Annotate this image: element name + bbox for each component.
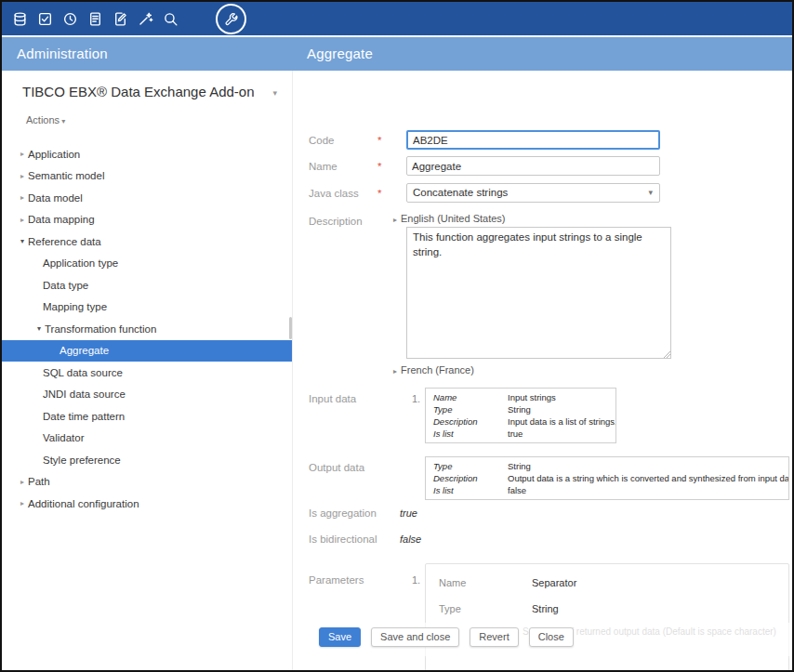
save-and-close-button[interactable]: Save and close bbox=[371, 627, 459, 647]
revert-button[interactable]: Revert bbox=[470, 627, 518, 647]
close-button[interactable]: Close bbox=[529, 627, 574, 647]
tree-label: Additional configuration bbox=[28, 498, 139, 509]
sidebar-item-additional-configuration[interactable]: Additional configuration bbox=[2, 493, 292, 515]
list-index: 1. bbox=[412, 393, 420, 404]
chevron-down-icon[interactable] bbox=[33, 324, 45, 333]
sidebar-item-jndi-data-source[interactable]: JNDI data source bbox=[2, 384, 292, 406]
sidebar-item-semantic-model[interactable]: Semantic model bbox=[2, 165, 292, 188]
tree-label: Semantic model bbox=[28, 170, 104, 181]
field-value: String bbox=[508, 460, 538, 472]
is-aggregation-label: Is aggregation bbox=[309, 507, 377, 519]
field-key: Type bbox=[426, 460, 508, 472]
report-icon[interactable] bbox=[86, 10, 103, 27]
sidebar-item-date-time-pattern[interactable]: Date time pattern bbox=[2, 405, 292, 428]
sidebar-item-data-mapping[interactable]: Data mapping bbox=[2, 209, 292, 231]
chevron-right-icon bbox=[393, 367, 397, 376]
chevron-right-icon[interactable] bbox=[17, 172, 28, 180]
sidebar-item-aggregate[interactable]: Aggregate bbox=[2, 340, 292, 362]
actions-menu[interactable]: Actions bbox=[26, 114, 65, 125]
parameters-label: Parameters bbox=[309, 574, 364, 586]
database-icon[interactable] bbox=[11, 10, 28, 27]
field-value: Input data is a list of strings. bbox=[508, 415, 616, 428]
chevron-right-icon bbox=[393, 216, 397, 224]
chevron-down-icon[interactable] bbox=[17, 237, 28, 245]
input-data-label: Input data bbox=[309, 393, 356, 404]
tree-label: Aggregate bbox=[60, 345, 109, 356]
sidebar-item-validator[interactable]: Validator bbox=[2, 428, 292, 450]
wand-icon[interactable] bbox=[137, 10, 153, 27]
form-action-bar: Save Save and close Revert Close bbox=[294, 623, 792, 656]
sidebar-scrollbar-thumb[interactable] bbox=[289, 317, 292, 339]
chevron-right-icon[interactable] bbox=[17, 499, 28, 507]
table-row: DescriptionOutput data is a string which… bbox=[426, 472, 788, 484]
table-row: TypeString bbox=[426, 596, 788, 622]
field-key: Name bbox=[426, 391, 508, 403]
is-bidirectional-value: false bbox=[400, 534, 421, 545]
field-key: Is list bbox=[426, 428, 508, 440]
chevron-down-icon bbox=[60, 117, 65, 125]
java-class-value: Concatenate strings bbox=[413, 187, 508, 198]
sidebar-item-path[interactable]: Path bbox=[2, 471, 292, 494]
search-icon[interactable] bbox=[162, 10, 179, 27]
tree-label: Mapping type bbox=[43, 301, 107, 312]
code-label: Code bbox=[309, 135, 335, 146]
table-row: Is listtrue bbox=[426, 428, 615, 440]
administration-wrench-icon[interactable] bbox=[216, 4, 246, 34]
chevron-right-icon[interactable] bbox=[17, 216, 28, 224]
sidebar-item-application[interactable]: Application bbox=[2, 143, 292, 165]
chevron-right-icon[interactable] bbox=[17, 478, 28, 486]
field-value: false bbox=[508, 484, 534, 496]
field-key: Type bbox=[426, 403, 508, 415]
section-title-right: Aggregate bbox=[307, 46, 373, 61]
clock-icon[interactable] bbox=[61, 10, 78, 27]
sidebar: TIBCO EBX® Data Exchange Add-on Actions … bbox=[2, 71, 293, 670]
textarea-resize-handle-icon[interactable] bbox=[663, 350, 670, 358]
edit-document-icon[interactable] bbox=[112, 10, 128, 27]
required-asterisk: * bbox=[377, 161, 381, 172]
field-value: String bbox=[508, 403, 538, 415]
output-data-label: Output data bbox=[309, 462, 364, 473]
check-square-icon[interactable] bbox=[36, 10, 53, 27]
actions-label: Actions bbox=[26, 114, 60, 125]
name-input[interactable] bbox=[406, 156, 660, 176]
record-form: Code * Name * Java class * Concatenate s… bbox=[294, 71, 792, 670]
table-row: TypeString bbox=[426, 460, 788, 472]
table-row: DescriptionInput data is a list of strin… bbox=[426, 415, 615, 428]
description-label: Description bbox=[309, 216, 363, 227]
tree-label: JNDI data source bbox=[43, 389, 126, 400]
sidebar-item-data-type[interactable]: Data type bbox=[2, 274, 292, 296]
tree-label: Transformation function bbox=[45, 323, 156, 335]
sidebar-item-sql-data-source[interactable]: SQL data source bbox=[2, 362, 292, 384]
sidebar-item-style-preference[interactable]: Style preference bbox=[2, 449, 292, 471]
field-key: Description bbox=[426, 472, 508, 484]
is-aggregation-value: true bbox=[400, 507, 417, 519]
description-english-textarea[interactable]: This function aggregates input strings t… bbox=[406, 227, 671, 359]
tree-label: SQL data source bbox=[43, 367, 123, 378]
sidebar-item-application-type[interactable]: Application type bbox=[2, 253, 292, 275]
tree-label: Validator bbox=[43, 432, 85, 443]
code-input[interactable] bbox=[406, 130, 660, 150]
field-value: true bbox=[508, 428, 530, 440]
sidebar-item-transformation-function[interactable]: Transformation function bbox=[2, 318, 292, 340]
sidebar-item-data-model[interactable]: Data model bbox=[2, 187, 292, 209]
field-key: Name bbox=[439, 577, 532, 588]
save-button[interactable]: Save bbox=[319, 627, 361, 647]
sidebar-item-mapping-type[interactable]: Mapping type bbox=[2, 296, 292, 319]
input-data-table: NameInput strings TypeString Description… bbox=[425, 388, 616, 443]
chevron-right-icon[interactable] bbox=[17, 193, 28, 202]
navigation-tree: Application Semantic model Data model Da… bbox=[2, 143, 292, 515]
java-class-select[interactable]: Concatenate strings bbox=[406, 183, 660, 203]
table-row: Is listfalse bbox=[426, 484, 788, 496]
list-index: 1. bbox=[412, 574, 420, 586]
tree-label: Style preference bbox=[43, 455, 121, 466]
french-locale-toggle[interactable]: French (France) bbox=[393, 364, 474, 376]
sidebar-item-reference-data[interactable]: Reference data bbox=[2, 231, 292, 253]
locale-label: French (France) bbox=[401, 364, 474, 376]
tree-label: Application type bbox=[43, 257, 118, 269]
english-locale-toggle[interactable]: English (United States) bbox=[393, 213, 506, 224]
required-asterisk: * bbox=[377, 188, 381, 199]
tree-label: Data mapping bbox=[28, 214, 95, 225]
dataset-title-chevron-down-icon[interactable] bbox=[272, 88, 277, 98]
chevron-right-icon[interactable] bbox=[17, 150, 28, 158]
top-toolbar bbox=[2, 2, 792, 35]
